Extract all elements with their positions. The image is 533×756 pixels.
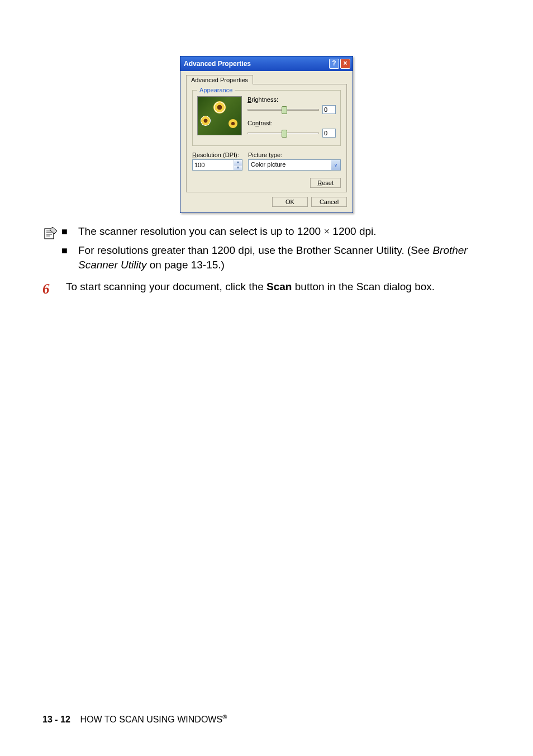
brightness-value[interactable]: 0 [322,105,336,114]
resolution-label: Resolution (DPI): [192,152,242,158]
resolution-spinner[interactable]: ▲ ▼ [192,159,242,171]
brightness-label: Brightness: [248,96,336,103]
cancel-button[interactable]: Cancel [311,197,347,207]
resolution-input[interactable] [193,160,234,170]
appearance-fieldset: Appearance Brightness: 0 [192,90,341,146]
advanced-properties-dialog: Advanced Properties ? × Advanced Propert… [180,56,353,213]
close-button[interactable]: × [340,59,350,69]
appearance-legend: Appearance [197,87,235,93]
dialog-title: Advanced Properties [184,60,251,68]
footer-title: HOW TO SCAN USING WINDOWS [80,715,223,724]
note-text-2: For resolutions greater than 1200 dpi, u… [78,243,491,272]
note-text-1: The scanner resolution you can select is… [78,224,491,239]
picture-type-value: Color picture [249,160,331,170]
step-number: 6 [42,280,66,299]
contrast-slider[interactable] [248,133,319,134]
step-text: To start scanning your document, click t… [66,280,491,294]
help-button[interactable]: ? [329,59,339,69]
spin-down-icon[interactable]: ▼ [234,166,242,171]
tab-panel: Appearance Brightness: 0 [186,84,347,192]
picture-type-label: Picture type: [248,152,341,158]
dialog-titlebar: Advanced Properties ? × [180,56,353,71]
contrast-label: Contrast: [248,120,336,126]
square-bullet-icon: ■ [61,243,78,272]
spin-up-icon[interactable]: ▲ [234,160,242,166]
tab-advanced-properties[interactable]: Advanced Properties [186,75,253,84]
reset-button[interactable]: Reset [310,178,341,188]
chevron-down-icon[interactable]: v [331,160,340,170]
registered-mark: ® [222,714,227,720]
ok-button[interactable]: OK [272,197,308,207]
note-icon [42,224,61,243]
picture-type-dropdown[interactable]: Color picture v [248,159,341,171]
page-number: 13 - 12 [42,715,70,724]
preview-image [197,96,242,135]
contrast-value[interactable]: 0 [322,129,336,138]
square-bullet-icon: ■ [61,224,78,239]
brightness-slider[interactable] [248,109,319,111]
page-footer: 13 - 12 HOW TO SCAN USING WINDOWS® [42,714,227,725]
